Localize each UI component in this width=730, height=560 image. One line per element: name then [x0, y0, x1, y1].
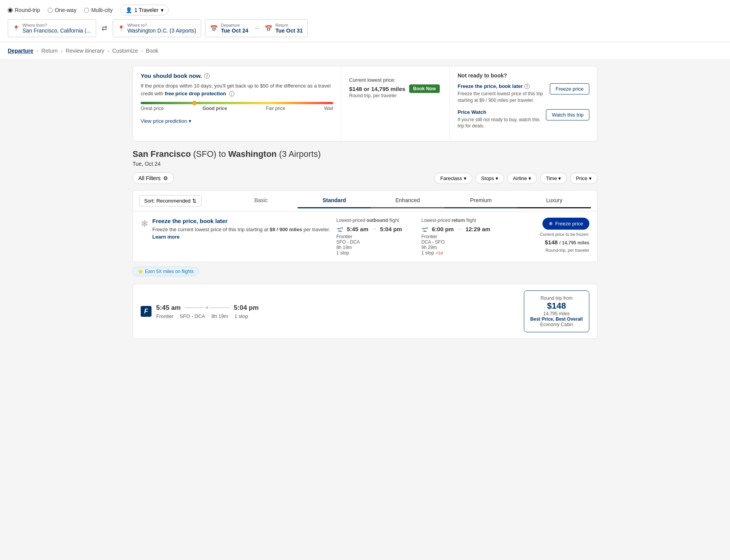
breadcrumb-review[interactable]: Review itinerary	[66, 48, 105, 54]
main-content: You should book now. i If the price drop…	[125, 60, 605, 345]
return-airline-logo: 🛫	[421, 225, 429, 232]
flight-left: F 5:45 am ✈ 5:04 pm Frontier SFO - DCA 8…	[141, 304, 518, 319]
freeze-price-amount: $148 / 14,795 miles	[545, 239, 589, 246]
freeze-price-label: Current price to be frozen:	[540, 232, 589, 237]
return-date-field[interactable]: 📅 Return Tue Oct 31	[260, 20, 308, 37]
fareclass-filter[interactable]: Fareclass ▾	[434, 173, 472, 184]
from-field[interactable]: 📍 Where from? San Francisco, California …	[8, 19, 96, 37]
watch-trip-button[interactable]: Watch this trip	[546, 109, 589, 120]
filter-buttons: Fareclass ▾ Stops ▾ Airline ▾ Time ▾ Pri…	[434, 173, 597, 184]
route-date: Tue, Oct 24	[133, 161, 597, 167]
airline-filter[interactable]: Airline ▾	[507, 173, 537, 184]
arrow-icon: →	[372, 226, 377, 232]
freeze-card-info: ❄ Freeze the price, book later Freeze th…	[141, 218, 330, 240]
calendar-icon: 📅	[210, 25, 218, 32]
freeze-section: Freeze the price, book later i Freeze th…	[458, 83, 589, 104]
breadcrumb-sep-2: ›	[61, 48, 63, 54]
freeze-price-button[interactable]: Freeze price	[550, 83, 589, 94]
price-recommendation-box: You should book now. i If the price drop…	[133, 66, 597, 141]
airline-logo: F	[141, 306, 152, 317]
fare-col-enhanced: Enhanced	[371, 193, 444, 208]
price-labels: Great price Good price Fair price Wait	[141, 106, 333, 111]
fare-col-standard: Standard	[298, 193, 371, 208]
filter-icon: ⚙	[163, 175, 168, 181]
route-title: San Francisco (SFO) to Washington (3 Air…	[133, 149, 597, 159]
fare-col-luxury: Luxury	[518, 193, 591, 208]
outbound-airline-logo: 🛫	[336, 225, 344, 232]
chevron-down-icon: ▾	[589, 175, 592, 181]
depart-time: 5:45 am	[156, 304, 181, 312]
breadcrumb-departure[interactable]: Departure	[8, 48, 33, 54]
snowflake-icon: ❄	[141, 218, 148, 229]
view-price-prediction-link[interactable]: View price prediction ▾	[141, 118, 191, 124]
sort-button[interactable]: Sort: Recommended ⇅	[139, 195, 201, 206]
breadcrumb-sep-4: ›	[141, 48, 143, 54]
round-trip-option[interactable]: Round-trip	[8, 7, 40, 13]
search-header: Round-trip One-way Multi-city 👤 1 Travel…	[0, 0, 730, 42]
breadcrumb-return[interactable]: Return	[41, 48, 58, 54]
flight-route: SFO - DCA	[180, 313, 205, 319]
chevron-down-icon: ▾	[464, 175, 467, 181]
freeze-price-card-button[interactable]: ❄ Freeze price	[542, 218, 589, 230]
line-left	[184, 307, 204, 308]
dates-wrapper: 📅 Departure Tue Oct 24 → 📅 Return Tue Oc…	[205, 19, 308, 37]
book-now-info-icon[interactable]: i	[204, 73, 210, 79]
return-airline: Frontier	[421, 234, 490, 239]
flight-stops: 1 stop	[234, 313, 248, 319]
location-icon: 📍	[13, 25, 19, 31]
free-price-info-icon[interactable]: i	[229, 91, 234, 96]
freeze-price-col: ❄ Freeze price Current price to be froze…	[520, 218, 589, 253]
book-now-button[interactable]: Book Now	[409, 84, 440, 93]
flight-line: ✈	[184, 305, 230, 311]
return-arrow-icon: →	[457, 226, 462, 232]
departure-date-field[interactable]: 📅 Departure Tue Oct 24	[205, 20, 253, 37]
price-bar	[141, 102, 333, 104]
current-lowest-panel: Current lowest price: $148 or 14,795 mil…	[341, 66, 450, 141]
price-filter[interactable]: Price ▾	[570, 173, 597, 184]
filters-row: All Filters ⚙ Fareclass ▾ Stops ▾ Airlin…	[133, 172, 597, 184]
current-lowest: Current lowest price: $148 or 14,795 mil…	[349, 72, 442, 103]
freeze-snowflake-icon: ❄	[549, 221, 553, 227]
outbound-stops: 1 stop	[336, 250, 402, 256]
trip-type-row: Round-trip One-way Multi-city 👤 1 Travel…	[8, 5, 722, 15]
not-ready-panel: Not ready to book? Freeze the price, boo…	[450, 66, 597, 141]
swap-button[interactable]: ⇄	[100, 22, 109, 34]
breadcrumb-book[interactable]: Book	[146, 48, 158, 54]
flight-duration: 8h 19m	[212, 313, 228, 319]
person-icon: 👤	[126, 7, 132, 13]
learn-more-link[interactable]: Learn more	[152, 234, 180, 240]
freeze-info-icon[interactable]: i	[524, 84, 530, 89]
miles-badge-row: ⭐ Earn 5X miles on flights	[133, 267, 597, 281]
outbound-label: Lowest-priced outbound flight	[336, 218, 402, 223]
flight-airline: Frontier	[156, 313, 174, 319]
fare-col-basic: Basic	[224, 193, 298, 208]
breadcrumb-sep-3: ›	[107, 48, 109, 54]
destination-icon: 📍	[118, 25, 124, 31]
watch-text-block: Price Watch If you're still not ready to…	[458, 109, 541, 130]
return-times: 🛫 6:00 pm → 12:29 am	[421, 225, 490, 232]
book-now-title: You should book now. i	[141, 72, 333, 79]
sort-chevron-icon: ⇅	[192, 198, 196, 204]
return-duration: 9h 29m	[421, 245, 490, 250]
freeze-text-block: Freeze the price, book later i Freeze th…	[458, 83, 545, 104]
flight-result-card[interactable]: F 5:45 am ✈ 5:04 pm Frontier SFO - DCA 8…	[133, 284, 597, 339]
return-route: DCA - SFO	[421, 239, 490, 245]
freeze-flight-card: ❄ Freeze the price, book later Freeze th…	[133, 211, 597, 262]
all-filters-button[interactable]: All Filters ⚙	[133, 172, 174, 184]
traveler-button[interactable]: 👤 1 Traveler ▾	[121, 5, 169, 15]
stops-filter[interactable]: Stops ▾	[475, 173, 504, 184]
return-flight-col: Lowest-priced return flight 🛫 6:00 pm → …	[421, 218, 490, 256]
time-filter[interactable]: Time ▾	[540, 173, 567, 184]
to-field[interactable]: 📍 Where to? Washington D.C. (3 Airports)	[113, 19, 201, 37]
one-way-option[interactable]: One-way	[48, 7, 76, 13]
fare-columns: Basic Standard Enhanced Premium Luxury	[224, 193, 591, 208]
flight-info: Frontier SFO - DCA 8h 19m 1 stop	[156, 313, 259, 319]
flight-price-card[interactable]: Round trip from $148 14,795 miles Best P…	[524, 290, 589, 332]
multi-city-option[interactable]: Multi-city	[84, 7, 112, 13]
breadcrumb-customize[interactable]: Customize	[112, 48, 138, 54]
outbound-times: 🛫 5:45 am → 5:04 pm	[336, 225, 402, 232]
miles-badge: ⭐ Earn 5X miles on flights	[133, 267, 199, 276]
freeze-price-miles: / 14,795 miles	[560, 240, 589, 246]
outbound-airline: Frontier	[336, 234, 402, 239]
line-right	[210, 307, 230, 308]
